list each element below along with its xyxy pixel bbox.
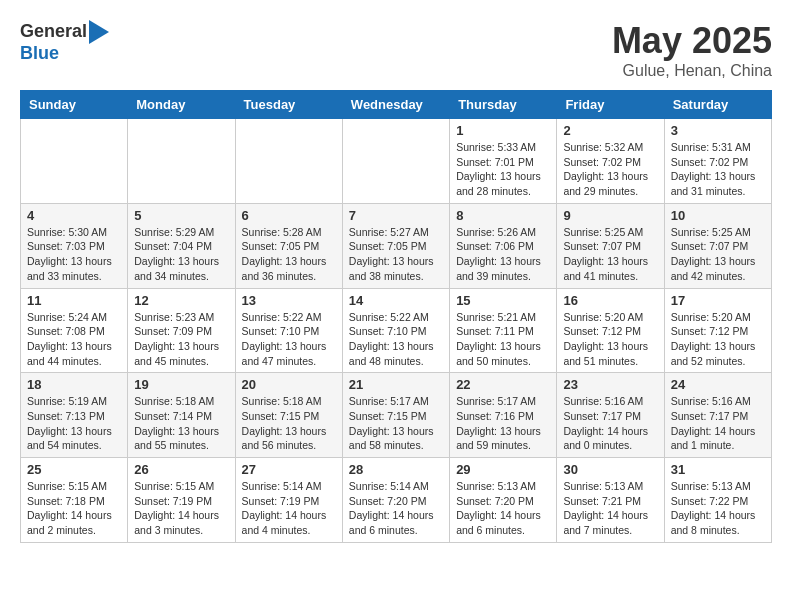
calendar-cell (342, 119, 449, 204)
calendar-cell: 9Sunrise: 5:25 AM Sunset: 7:07 PM Daylig… (557, 203, 664, 288)
calendar-cell: 3Sunrise: 5:31 AM Sunset: 7:02 PM Daylig… (664, 119, 771, 204)
day-number: 9 (563, 208, 657, 223)
svg-marker-0 (89, 20, 109, 44)
day-info: Sunrise: 5:16 AM Sunset: 7:17 PM Dayligh… (563, 394, 657, 453)
calendar-cell: 16Sunrise: 5:20 AM Sunset: 7:12 PM Dayli… (557, 288, 664, 373)
day-number: 28 (349, 462, 443, 477)
calendar-cell: 14Sunrise: 5:22 AM Sunset: 7:10 PM Dayli… (342, 288, 449, 373)
calendar-cell: 25Sunrise: 5:15 AM Sunset: 7:18 PM Dayli… (21, 458, 128, 543)
logo: General Blue (20, 20, 109, 64)
day-number: 7 (349, 208, 443, 223)
calendar-cell (21, 119, 128, 204)
calendar-cell: 2Sunrise: 5:32 AM Sunset: 7:02 PM Daylig… (557, 119, 664, 204)
weekday-header: Wednesday (342, 91, 449, 119)
calendar-cell: 4Sunrise: 5:30 AM Sunset: 7:03 PM Daylig… (21, 203, 128, 288)
calendar-cell: 10Sunrise: 5:25 AM Sunset: 7:07 PM Dayli… (664, 203, 771, 288)
day-info: Sunrise: 5:19 AM Sunset: 7:13 PM Dayligh… (27, 394, 121, 453)
weekday-header: Monday (128, 91, 235, 119)
calendar-cell: 23Sunrise: 5:16 AM Sunset: 7:17 PM Dayli… (557, 373, 664, 458)
day-number: 10 (671, 208, 765, 223)
calendar-cell: 12Sunrise: 5:23 AM Sunset: 7:09 PM Dayli… (128, 288, 235, 373)
day-number: 29 (456, 462, 550, 477)
day-info: Sunrise: 5:15 AM Sunset: 7:18 PM Dayligh… (27, 479, 121, 538)
day-number: 27 (242, 462, 336, 477)
day-number: 21 (349, 377, 443, 392)
logo-icon (89, 20, 109, 44)
calendar-cell: 8Sunrise: 5:26 AM Sunset: 7:06 PM Daylig… (450, 203, 557, 288)
day-number: 8 (456, 208, 550, 223)
day-number: 18 (27, 377, 121, 392)
day-info: Sunrise: 5:20 AM Sunset: 7:12 PM Dayligh… (563, 310, 657, 369)
calendar-cell: 27Sunrise: 5:14 AM Sunset: 7:19 PM Dayli… (235, 458, 342, 543)
calendar-cell: 22Sunrise: 5:17 AM Sunset: 7:16 PM Dayli… (450, 373, 557, 458)
calendar-cell: 30Sunrise: 5:13 AM Sunset: 7:21 PM Dayli… (557, 458, 664, 543)
calendar-cell: 20Sunrise: 5:18 AM Sunset: 7:15 PM Dayli… (235, 373, 342, 458)
calendar-cell: 17Sunrise: 5:20 AM Sunset: 7:12 PM Dayli… (664, 288, 771, 373)
day-number: 6 (242, 208, 336, 223)
day-number: 14 (349, 293, 443, 308)
day-number: 19 (134, 377, 228, 392)
weekday-header: Sunday (21, 91, 128, 119)
location-text: Gulue, Henan, China (612, 62, 772, 80)
day-number: 12 (134, 293, 228, 308)
calendar-cell: 7Sunrise: 5:27 AM Sunset: 7:05 PM Daylig… (342, 203, 449, 288)
day-number: 11 (27, 293, 121, 308)
weekday-header: Saturday (664, 91, 771, 119)
day-info: Sunrise: 5:17 AM Sunset: 7:16 PM Dayligh… (456, 394, 550, 453)
day-info: Sunrise: 5:13 AM Sunset: 7:22 PM Dayligh… (671, 479, 765, 538)
day-info: Sunrise: 5:25 AM Sunset: 7:07 PM Dayligh… (671, 225, 765, 284)
day-info: Sunrise: 5:14 AM Sunset: 7:20 PM Dayligh… (349, 479, 443, 538)
day-info: Sunrise: 5:29 AM Sunset: 7:04 PM Dayligh… (134, 225, 228, 284)
day-info: Sunrise: 5:33 AM Sunset: 7:01 PM Dayligh… (456, 140, 550, 199)
weekday-header: Thursday (450, 91, 557, 119)
day-info: Sunrise: 5:32 AM Sunset: 7:02 PM Dayligh… (563, 140, 657, 199)
calendar-cell: 1Sunrise: 5:33 AM Sunset: 7:01 PM Daylig… (450, 119, 557, 204)
day-number: 20 (242, 377, 336, 392)
weekday-header: Tuesday (235, 91, 342, 119)
calendar-cell (128, 119, 235, 204)
calendar-cell: 29Sunrise: 5:13 AM Sunset: 7:20 PM Dayli… (450, 458, 557, 543)
calendar-cell: 24Sunrise: 5:16 AM Sunset: 7:17 PM Dayli… (664, 373, 771, 458)
day-number: 15 (456, 293, 550, 308)
day-info: Sunrise: 5:21 AM Sunset: 7:11 PM Dayligh… (456, 310, 550, 369)
page-header: General Blue May 2025 Gulue, Henan, Chin… (20, 20, 772, 80)
day-number: 24 (671, 377, 765, 392)
day-number: 16 (563, 293, 657, 308)
day-info: Sunrise: 5:28 AM Sunset: 7:05 PM Dayligh… (242, 225, 336, 284)
day-info: Sunrise: 5:14 AM Sunset: 7:19 PM Dayligh… (242, 479, 336, 538)
calendar-row: 18Sunrise: 5:19 AM Sunset: 7:13 PM Dayli… (21, 373, 772, 458)
day-info: Sunrise: 5:13 AM Sunset: 7:21 PM Dayligh… (563, 479, 657, 538)
day-number: 3 (671, 123, 765, 138)
day-info: Sunrise: 5:25 AM Sunset: 7:07 PM Dayligh… (563, 225, 657, 284)
calendar-cell (235, 119, 342, 204)
calendar-table: SundayMondayTuesdayWednesdayThursdayFrid… (20, 90, 772, 543)
calendar-cell: 19Sunrise: 5:18 AM Sunset: 7:14 PM Dayli… (128, 373, 235, 458)
day-number: 31 (671, 462, 765, 477)
day-number: 4 (27, 208, 121, 223)
day-info: Sunrise: 5:22 AM Sunset: 7:10 PM Dayligh… (349, 310, 443, 369)
day-info: Sunrise: 5:31 AM Sunset: 7:02 PM Dayligh… (671, 140, 765, 199)
logo-text: General Blue (20, 20, 109, 64)
calendar-row: 4Sunrise: 5:30 AM Sunset: 7:03 PM Daylig… (21, 203, 772, 288)
day-info: Sunrise: 5:15 AM Sunset: 7:19 PM Dayligh… (134, 479, 228, 538)
calendar-row: 25Sunrise: 5:15 AM Sunset: 7:18 PM Dayli… (21, 458, 772, 543)
calendar-cell: 11Sunrise: 5:24 AM Sunset: 7:08 PM Dayli… (21, 288, 128, 373)
title-section: May 2025 Gulue, Henan, China (612, 20, 772, 80)
day-number: 25 (27, 462, 121, 477)
day-info: Sunrise: 5:13 AM Sunset: 7:20 PM Dayligh… (456, 479, 550, 538)
calendar-cell: 28Sunrise: 5:14 AM Sunset: 7:20 PM Dayli… (342, 458, 449, 543)
calendar-row: 1Sunrise: 5:33 AM Sunset: 7:01 PM Daylig… (21, 119, 772, 204)
day-number: 23 (563, 377, 657, 392)
calendar-header-row: SundayMondayTuesdayWednesdayThursdayFrid… (21, 91, 772, 119)
month-title: May 2025 (612, 20, 772, 62)
day-info: Sunrise: 5:18 AM Sunset: 7:14 PM Dayligh… (134, 394, 228, 453)
day-info: Sunrise: 5:20 AM Sunset: 7:12 PM Dayligh… (671, 310, 765, 369)
day-info: Sunrise: 5:23 AM Sunset: 7:09 PM Dayligh… (134, 310, 228, 369)
day-info: Sunrise: 5:17 AM Sunset: 7:15 PM Dayligh… (349, 394, 443, 453)
day-number: 30 (563, 462, 657, 477)
logo-general-text: General (20, 22, 87, 42)
calendar-cell: 21Sunrise: 5:17 AM Sunset: 7:15 PM Dayli… (342, 373, 449, 458)
day-info: Sunrise: 5:24 AM Sunset: 7:08 PM Dayligh… (27, 310, 121, 369)
calendar-cell: 6Sunrise: 5:28 AM Sunset: 7:05 PM Daylig… (235, 203, 342, 288)
logo-blue-text: Blue (20, 44, 109, 64)
